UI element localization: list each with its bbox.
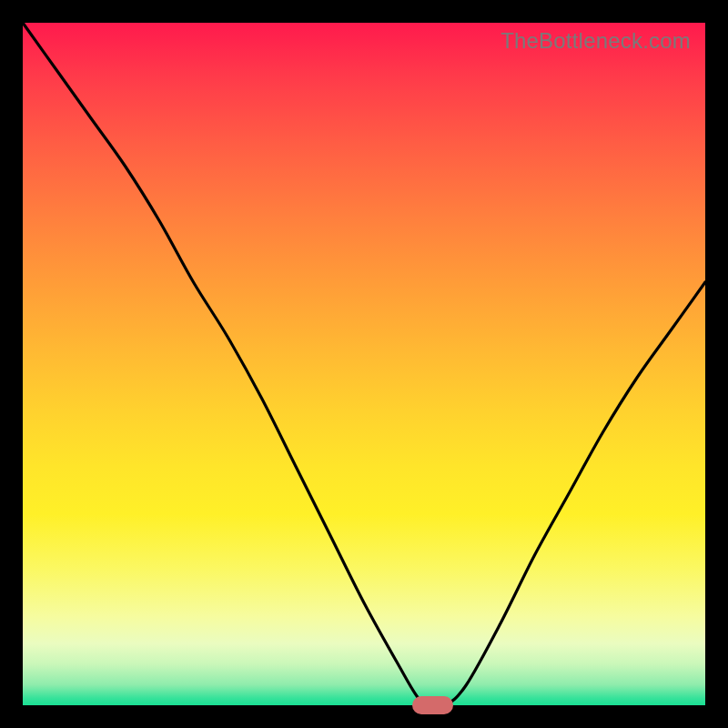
- chart-frame: TheBottleneck.com: [0, 0, 728, 728]
- curve-path: [23, 23, 705, 707]
- bottleneck-curve: [23, 23, 705, 705]
- optimum-marker: [412, 696, 453, 714]
- plot-area: TheBottleneck.com: [23, 23, 705, 705]
